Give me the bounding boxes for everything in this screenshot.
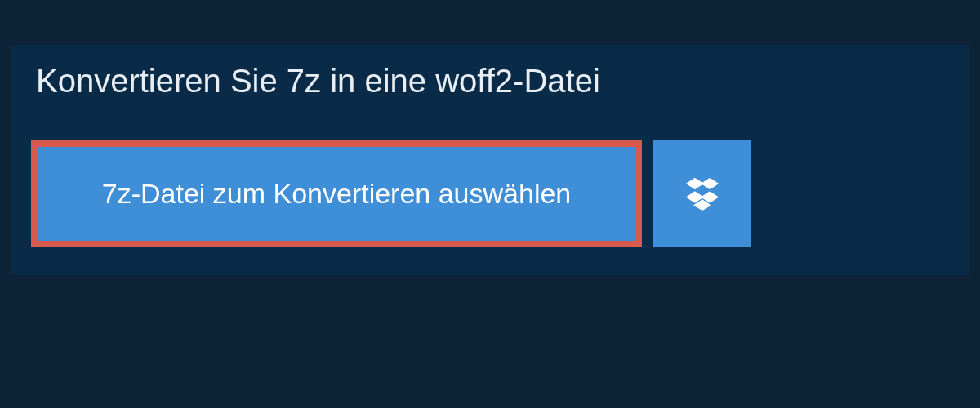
dropbox-button[interactable]	[653, 140, 751, 247]
converter-panel: Konvertieren Sie 7z in eine woff2-Datei …	[11, 45, 969, 275]
select-file-button[interactable]: 7z-Datei zum Konvertieren auswählen	[31, 140, 642, 247]
button-row: 7z-Datei zum Konvertieren auswählen	[11, 121, 969, 275]
dropbox-icon	[684, 175, 720, 214]
page-title: Konvertieren Sie 7z in eine woff2-Datei	[11, 45, 969, 121]
select-file-label: 7z-Datei zum Konvertieren auswählen	[102, 178, 572, 210]
